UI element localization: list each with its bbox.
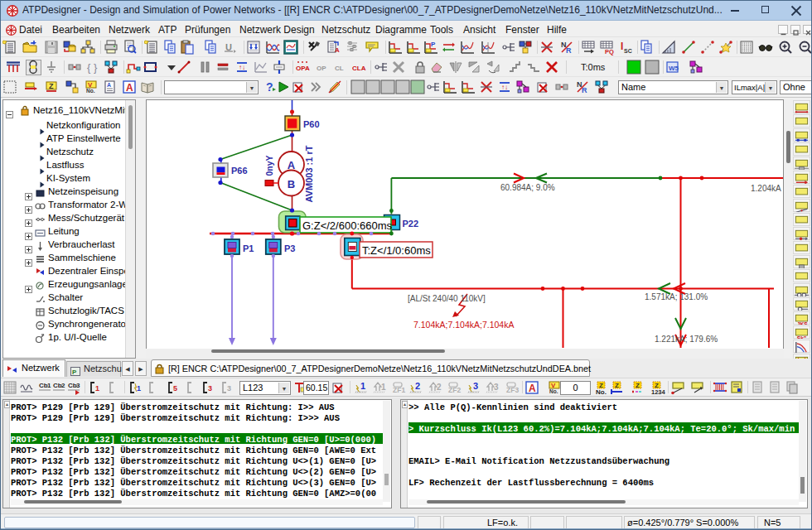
svg-text:1: 1: [47, 382, 51, 389]
svg-text:Z: Z: [636, 382, 640, 389]
svg-text:1: 1: [137, 384, 141, 393]
svg-text:U: U: [225, 42, 232, 52]
svg-text:I: I: [621, 41, 623, 52]
svg-text:↑↓: ↑↓: [501, 84, 508, 91]
svg-text:3: 3: [76, 382, 80, 389]
svg-text:3: 3: [208, 384, 212, 393]
svg-text:P22: P22: [403, 219, 419, 229]
svg-text:3: 3: [494, 383, 499, 392]
svg-text:PQ: PQ: [605, 48, 614, 55]
svg-text:No.: No.: [549, 388, 558, 394]
svg-text:1.571kA; 131.0%: 1.571kA; 131.0%: [645, 292, 708, 301]
svg-text:?: ?: [266, 80, 273, 94]
svg-text:}: }: [94, 61, 98, 74]
svg-text:P1: P1: [243, 243, 254, 253]
svg-text:A: A: [126, 82, 133, 94]
svg-text:OP: OP: [317, 65, 326, 72]
svg-text:[AL/St 240/40 110kV]: [AL/St 240/40 110kV]: [408, 294, 486, 303]
svg-text:1: 1: [95, 384, 99, 393]
svg-text:Sk": Sk": [797, 335, 806, 339]
svg-text:A: A: [335, 46, 340, 54]
svg-text:No.: No.: [86, 88, 95, 94]
svg-text:No.: No.: [596, 388, 607, 396]
svg-text:ZF3: ZF3: [506, 386, 519, 394]
svg-text:7.104kA;7.104kA;7.104kA: 7.104kA;7.104kA;7.104kA: [413, 320, 514, 330]
svg-text:Z: Z: [615, 382, 619, 389]
svg-text:ZF2: ZF2: [448, 386, 461, 394]
svg-text:A: A: [529, 383, 536, 394]
svg-text:P60: P60: [303, 119, 320, 129]
svg-text:P3: P3: [284, 243, 295, 253]
svg-text:ZF1: ZF1: [393, 386, 405, 394]
svg-text:2: 2: [415, 381, 420, 391]
svg-text:CL: CL: [335, 65, 344, 72]
svg-text:JKS: JKS: [797, 321, 808, 325]
svg-text:W5: W5: [669, 65, 679, 72]
svg-text:1234: 1234: [651, 388, 665, 396]
svg-text:AVM003 :1 rT: AVM003 :1 rT: [304, 145, 314, 202]
svg-text:P: P: [431, 41, 436, 48]
svg-text:T:Z</1/0:60ms: T:Z</1/0:60ms: [362, 244, 431, 257]
svg-text:A: A: [288, 159, 296, 171]
svg-text:CLA: CLA: [352, 65, 366, 72]
svg-text:1.221kA; 179.6%: 1.221kA; 179.6%: [655, 335, 718, 344]
svg-text:↑↓: ↑↓: [239, 64, 245, 71]
svg-text:3: 3: [227, 384, 231, 393]
svg-text:P: P: [72, 369, 77, 376]
svg-text:60.984A; 9.0%: 60.984A; 9.0%: [500, 183, 555, 192]
svg-text:A: A: [107, 82, 111, 88]
svg-text:2: 2: [437, 383, 442, 392]
svg-text:3: 3: [473, 381, 478, 391]
svg-text:0nyY: 0nyY: [264, 155, 274, 176]
svg-text:Z: Z: [49, 82, 54, 90]
svg-text:OPA: OPA: [296, 65, 310, 72]
svg-text:G:Z</2/600:660ms: G:Z</2/600:660ms: [302, 219, 393, 232]
svg-text:1: 1: [360, 381, 365, 391]
svg-text:{: {: [87, 61, 91, 74]
svg-text:2: 2: [61, 382, 65, 389]
svg-text:5: 5: [173, 384, 177, 393]
svg-text:1: 1: [381, 383, 386, 392]
svg-text:B: B: [288, 178, 295, 190]
svg-text:1.204kA: 1.204kA: [751, 184, 781, 193]
svg-text:SC: SC: [624, 48, 632, 54]
svg-text:P66: P66: [231, 166, 248, 176]
